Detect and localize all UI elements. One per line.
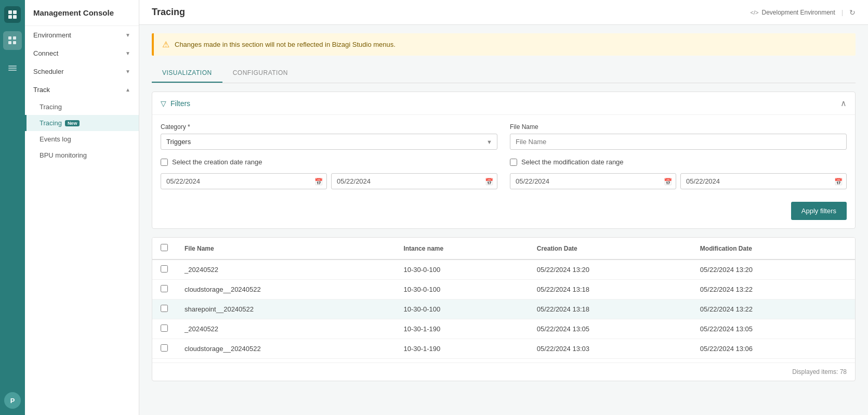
row-checkbox-cell — [152, 359, 176, 363]
creation-date-to[interactable] — [331, 173, 497, 189]
divider: | — [841, 9, 843, 16]
table-header: File Name Intance name Creation Date Mod… — [152, 238, 855, 260]
table-header-checkbox — [152, 238, 176, 260]
table-header-modified: Modification Date — [692, 238, 855, 260]
sidebar-sub-item-label: Events log — [40, 135, 71, 143]
svg-rect-10 — [8, 70, 17, 71]
env-name: Development Environment — [761, 9, 835, 16]
dashboard-nav-icon[interactable] — [3, 58, 22, 77]
filter-group-category: Category * Triggers Events Actions Gatew… — [161, 123, 497, 150]
sidebar-item-label: Track — [33, 86, 50, 94]
table-row[interactable]: cloudstorage__20240522 10-30-0-100 05/22… — [152, 280, 855, 300]
select-all-checkbox[interactable] — [161, 244, 168, 251]
row-filename: _20240522 — [176, 319, 395, 339]
creation-date-from[interactable] — [161, 173, 327, 189]
table-header-created: Creation Date — [529, 238, 692, 260]
category-select[interactable]: Triggers Events Actions Gateways — [161, 134, 497, 150]
user-avatar[interactable]: P — [4, 392, 21, 409]
sidebar-header: Management Console — [25, 0, 139, 26]
modification-date-to[interactable] — [680, 173, 847, 189]
row-modified: 05/22/2024 13:22 — [692, 300, 855, 319]
topbar-right: </> Development Environment | ↻ — [751, 8, 856, 17]
creation-date-label: Select the creation date range — [172, 158, 262, 166]
svg-rect-9 — [8, 68, 17, 69]
sidebar-item-environment[interactable]: Environment ▼ — [25, 26, 139, 44]
row-created: 05/22/2024 13:18 — [529, 300, 692, 319]
creation-date-checkbox[interactable] — [161, 159, 168, 166]
filter-row-1: Category * Triggers Events Actions Gatew… — [161, 123, 847, 150]
table-body: _20240522 10-30-0-100 05/22/2024 13:20 0… — [152, 260, 855, 362]
table-row[interactable]: sharepoint__20240522 10-30-0-100 05/22/2… — [152, 300, 855, 319]
sidebar-item-scheduler[interactable]: Scheduler ▼ — [25, 62, 139, 81]
modification-date-checkbox[interactable] — [510, 159, 517, 166]
modification-date-checkbox-row: Select the modification date range — [510, 158, 847, 166]
row-checkbox[interactable] — [161, 344, 168, 352]
svg-rect-3 — [13, 15, 17, 19]
table-header-filename: File Name — [176, 238, 395, 260]
row-checkbox[interactable] — [161, 325, 168, 332]
modification-date-from-wrapper: 📅 — [510, 173, 676, 189]
filter-group-modification-date: Select the modification date range 📅 📅 — [510, 158, 847, 189]
svg-rect-0 — [8, 10, 12, 14]
apply-filters-button[interactable]: Apply filters — [791, 202, 847, 220]
filter-row-2: Select the creation date range 📅 📅 — [161, 158, 847, 189]
filter-actions: Apply filters — [161, 198, 847, 220]
filename-input[interactable] — [510, 134, 847, 150]
sidebar-sub-item-events-log[interactable]: Events log — [25, 131, 139, 147]
modification-date-to-wrapper: 📅 — [680, 173, 847, 189]
row-checkbox-cell — [152, 260, 176, 280]
row-instance: 10-30-0-100 — [395, 260, 528, 280]
filters-container: ▽ Filters ∧ Category * Triggers Events A… — [152, 92, 856, 229]
filters-header[interactable]: ▽ Filters ∧ — [152, 92, 855, 114]
svg-rect-7 — [13, 41, 16, 44]
row-modified: 05/22/2024 13:22 — [692, 280, 855, 300]
chevron-down-icon: ▼ — [125, 32, 130, 38]
tab-configuration[interactable]: CONFIGURATION — [222, 64, 298, 83]
sidebar-item-label: Connect — [33, 49, 58, 57]
table-scroll[interactable]: File Name Intance name Creation Date Mod… — [152, 238, 855, 362]
modification-date-from[interactable] — [510, 173, 676, 189]
row-created: 05/22/2024 13:05 — [529, 319, 692, 339]
sidebar: Management Console Environment ▼ Connect… — [25, 0, 139, 415]
row-instance: 10-30-1-190 — [395, 319, 528, 339]
row-checkbox-cell — [152, 300, 176, 319]
sidebar-item-connect[interactable]: Connect ▼ — [25, 44, 139, 62]
collapse-icon[interactable]: ∧ — [840, 98, 847, 108]
row-created: 05/22/2024 13:18 — [529, 280, 692, 300]
table-row[interactable]: _20240522 10-30-0-100 05/22/2024 13:20 0… — [152, 260, 855, 280]
sidebar-sub-item-tracing-new[interactable]: Tracing New — [25, 115, 139, 131]
row-checkbox-cell — [152, 339, 176, 359]
modification-date-label: Select the modification date range — [521, 158, 624, 166]
table-row[interactable]: sharepoint__20240522 10-30-1-190 05/22/2… — [152, 359, 855, 363]
row-checkbox[interactable] — [161, 305, 168, 312]
svg-rect-2 — [8, 15, 12, 19]
row-created: 05/22/2024 13:03 — [529, 359, 692, 363]
row-modified: 05/22/2024 13:20 — [692, 260, 855, 280]
new-badge: New — [65, 120, 80, 126]
row-checkbox[interactable] — [161, 265, 168, 273]
sidebar-item-label: Environment — [33, 31, 71, 39]
table-row[interactable]: _20240522 10-30-1-190 05/22/2024 13:05 0… — [152, 319, 855, 339]
content-area: ⚠ Changes made in this section will not … — [139, 25, 868, 415]
row-checkbox[interactable] — [161, 285, 168, 292]
creation-date-to-wrapper: 📅 — [331, 173, 497, 189]
table-row[interactable]: cloudstorage__20240522 10-30-1-190 05/22… — [152, 339, 855, 359]
creation-date-range: 📅 📅 — [161, 173, 497, 189]
refresh-icon[interactable]: ↻ — [849, 8, 856, 17]
sidebar-item-label: Scheduler — [33, 68, 64, 75]
sidebar-sub-item-bpu[interactable]: BPU monitoring — [25, 147, 139, 163]
tab-visualization[interactable]: VISUALIZATION — [152, 64, 222, 83]
grid-nav-icon[interactable] — [3, 31, 22, 50]
sidebar-item-track[interactable]: Track ▲ — [25, 81, 139, 99]
filter-group-filename: File Name — [510, 123, 847, 150]
sidebar-sub-item-tracing[interactable]: Tracing — [25, 99, 139, 115]
app-logo — [4, 6, 21, 23]
svg-rect-8 — [8, 66, 17, 67]
row-instance: 10-30-1-190 — [395, 339, 528, 359]
warning-icon: ⚠ — [162, 40, 169, 49]
filename-label: File Name — [510, 123, 847, 131]
category-select-wrapper: Triggers Events Actions Gateways ▼ — [161, 134, 497, 150]
chevron-down-icon: ▼ — [125, 69, 130, 74]
row-instance: 10-30-0-100 — [395, 280, 528, 300]
row-filename: cloudstorage__20240522 — [176, 339, 395, 359]
